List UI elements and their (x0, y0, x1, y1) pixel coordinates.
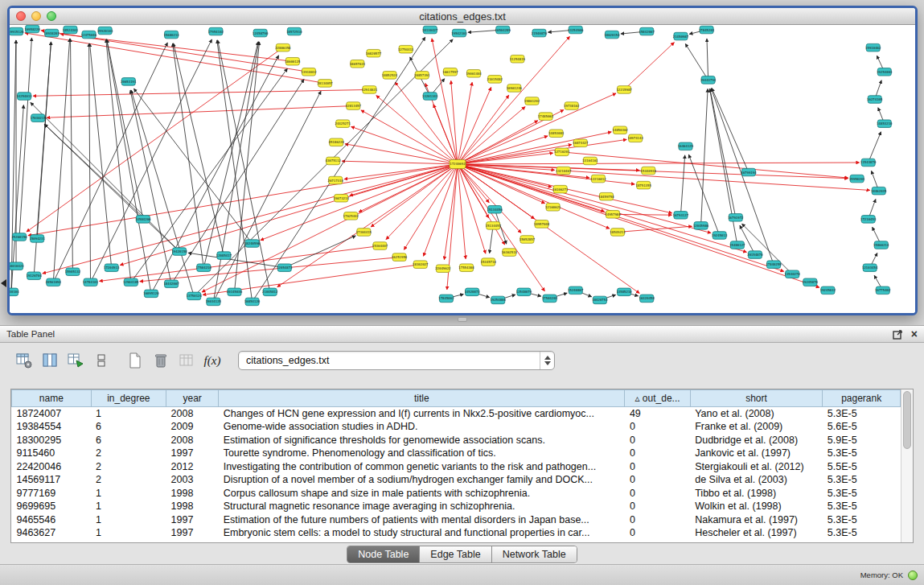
graph-edge[interactable] (151, 56, 279, 294)
network-graph[interactable]: 1724069218852524129140213281345724425271… (10, 25, 915, 313)
graph-edge[interactable] (685, 43, 708, 80)
graph-edge[interactable] (44, 124, 179, 251)
graph-node[interactable]: 32813457 (346, 102, 362, 110)
graph-edge[interactable] (203, 42, 258, 268)
graph-edge[interactable] (174, 43, 224, 256)
graph-node[interactable]: 17204913 (104, 264, 120, 272)
graph-node[interactable]: 12103454 (862, 264, 878, 272)
graph-node[interactable]: 16095120 (143, 290, 159, 298)
graph-node[interactable]: 13201343 (422, 93, 438, 101)
graph-node[interactable]: 18852524 (382, 72, 398, 80)
graph-node[interactable]: 16274105 (867, 96, 883, 104)
graph-edge[interactable] (701, 89, 708, 225)
graph-node[interactable]: 16251950 (392, 253, 408, 262)
graph-edge[interactable] (458, 163, 860, 164)
zoom-window-button[interactable] (47, 11, 56, 21)
graph-edge[interactable] (458, 82, 472, 164)
graph-edge[interactable] (89, 43, 91, 282)
tab-edge-table[interactable]: Edge Table (420, 546, 491, 562)
graph-node[interactable]: 20653191 (121, 78, 137, 86)
graph-node[interactable]: 16958220 (24, 25, 40, 33)
graph-node[interactable]: 19073214 (334, 194, 350, 202)
graph-edge[interactable] (458, 121, 538, 164)
graph-node[interactable]: 18600125 (285, 57, 301, 65)
graph-edge[interactable] (140, 257, 400, 282)
graph-node[interactable]: 14957984 (605, 211, 621, 219)
graph-node[interactable]: 16320458 (639, 295, 655, 303)
graph-node[interactable]: 17840259 (766, 261, 782, 269)
graph-edge[interactable] (562, 152, 848, 178)
table-row[interactable]: 1830029562008Estimation of significance … (12, 434, 901, 447)
graph-edge[interactable] (624, 43, 674, 90)
graph-node[interactable]: 13918032 (301, 68, 317, 76)
graph-edge[interactable] (120, 164, 458, 266)
table-row[interactable]: 2242004622012Investigating the contribut… (12, 460, 901, 474)
graph-node[interactable]: 12045986 (693, 222, 709, 230)
table-row[interactable]: 946362711997Embryonic stem cells: a mode… (12, 526, 901, 540)
graph-node[interactable]: 20154870 (747, 251, 763, 259)
graph-node[interactable]: 10974143 (627, 134, 643, 142)
graph-node[interactable]: 16791972 (728, 214, 744, 222)
graph-node[interactable]: 11543870 (860, 159, 877, 167)
collapse-panel-icon[interactable] (1, 279, 6, 287)
graph-node[interactable]: 13750124 (187, 292, 203, 300)
graph-edge[interactable] (433, 105, 458, 164)
graph-edge[interactable] (707, 39, 708, 80)
graph-node[interactable]: 15910462 (865, 43, 881, 51)
graph-node[interactable]: 16362514 (502, 249, 518, 257)
graph-node[interactable]: 21450987 (673, 32, 689, 40)
graph-node[interactable]: 14784101 (83, 278, 99, 286)
graph-edge[interactable] (47, 106, 353, 118)
new-table-icon[interactable] (124, 350, 146, 371)
graph-edge[interactable] (458, 164, 610, 229)
graph-node[interactable]: 19034125 (206, 298, 222, 306)
graph-node[interactable]: 12475046 (81, 31, 97, 39)
graph-node[interactable]: 10938201 (44, 29, 60, 37)
graph-edge[interactable] (458, 153, 553, 164)
graph-node[interactable]: 12054873 (277, 264, 293, 272)
table-scrollbar[interactable] (901, 389, 913, 542)
graph-edge[interactable] (680, 155, 684, 215)
graph-node[interactable]: 16617597 (442, 68, 458, 76)
graph-edge[interactable] (351, 126, 458, 164)
graph-node[interactable]: 15345710 (481, 258, 497, 266)
graph-edge[interactable] (451, 80, 458, 164)
table-scrollbar-thumb[interactable] (903, 391, 911, 449)
graph-edge[interactable] (458, 139, 626, 164)
graph-node[interactable]: 17845062 (438, 295, 454, 303)
graph-node[interactable]: 18572510 (286, 27, 302, 35)
column-header[interactable]: pagerank (823, 390, 901, 407)
graph-node[interactable]: 14853210 (877, 120, 893, 128)
graph-edge[interactable] (344, 164, 458, 179)
graph-node[interactable]: 19542103 (451, 29, 467, 37)
graph-edge[interactable] (213, 91, 321, 302)
graph-node[interactable]: 20857391 (414, 72, 430, 80)
graph-node[interactable]: 11254819 (510, 55, 526, 63)
tab-node-table[interactable]: Node Table (347, 546, 420, 562)
graph-node[interactable]: 17954102 (208, 27, 224, 35)
graph-node[interactable]: 15364407 (372, 242, 388, 250)
graph-node[interactable]: 16464129 (678, 142, 694, 150)
graph-node[interactable]: 22806358 (275, 43, 291, 51)
graph-edge[interactable] (371, 164, 458, 227)
graph-node[interactable]: 15958203 (849, 175, 865, 183)
graph-node[interactable]: 12754413 (398, 45, 414, 53)
graph-node[interactable]: 19245032 (820, 286, 836, 295)
graph-node[interactable]: 15680213 (163, 31, 179, 39)
graph-node[interactable]: 17625442 (343, 212, 359, 220)
merge-table-icon[interactable] (175, 350, 198, 371)
graph-node[interactable]: 19245870 (803, 278, 819, 286)
graph-node[interactable]: 17845203 (699, 26, 715, 34)
graph-edge[interactable] (490, 225, 494, 253)
table-row[interactable]: 977716911998Corpus callosum shape and si… (12, 487, 901, 501)
graph-node[interactable]: 22049622 (435, 265, 451, 273)
column-header[interactable]: year (166, 390, 219, 407)
window-titlebar[interactable]: citations_edges.txt (10, 8, 915, 25)
graph-node[interactable]: 19061403 (466, 70, 482, 78)
graph-edge[interactable] (458, 164, 466, 259)
graph-edge[interactable] (458, 136, 548, 164)
graph-node[interactable]: 18420753 (592, 296, 608, 304)
graph-edge[interactable] (173, 43, 204, 268)
tab-network-table[interactable]: Network Table (492, 546, 577, 562)
table-row[interactable]: 946554611997Estimation of the future num… (12, 513, 901, 527)
